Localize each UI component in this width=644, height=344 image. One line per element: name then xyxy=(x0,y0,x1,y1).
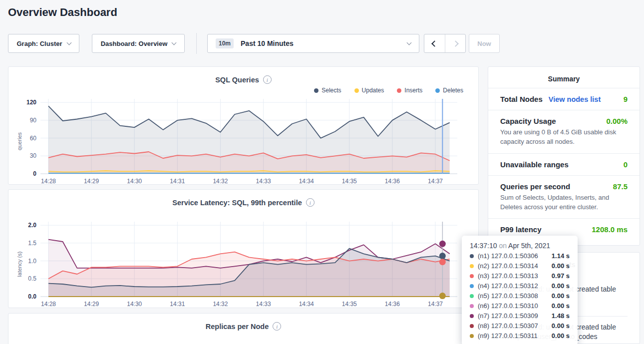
series-color-dot xyxy=(470,254,474,258)
node-latency-value: 0.00 s xyxy=(552,282,570,290)
svg-text:14:30: 14:30 xyxy=(127,178,142,185)
node-latency-value: 0.00 s xyxy=(552,332,570,340)
info-icon[interactable]: i xyxy=(263,75,272,84)
svg-text:14:31: 14:31 xyxy=(170,301,185,308)
tooltip-node-row: (n1) 127.0.0.1:503061.14 s xyxy=(470,252,570,260)
sql-queries-chart-card: SQL Queries i SelectsUpdatesInsertsDelet… xyxy=(8,66,479,185)
info-icon[interactable]: i xyxy=(306,198,315,207)
series-color-dot xyxy=(470,324,474,328)
tooltip-node-row: (n3) 127.0.0.1:503130.97 s xyxy=(470,272,570,280)
node-address: (n1) 127.0.0.1:50306 xyxy=(478,252,538,260)
view-nodes-list-link[interactable]: View nodes list xyxy=(549,95,601,103)
chevron-left-icon xyxy=(431,40,438,47)
summary-label: Queries per second xyxy=(500,182,570,191)
summary-label: P99 latency xyxy=(500,225,542,234)
tooltip-timestamp: 14:37:10 on Apr 5th, 2021 xyxy=(470,242,570,250)
dashboard-dropdown[interactable]: Dashboard: Overview xyxy=(92,34,185,53)
prev-time-button[interactable] xyxy=(424,34,445,52)
legend-dot-icon xyxy=(397,88,401,93)
summary-value: 87.5 xyxy=(613,182,628,191)
series-color-dot xyxy=(470,314,474,318)
chart-title: Service Latency: SQL, 99th percentile i xyxy=(8,190,478,207)
time-range-label: Past 10 Minutes xyxy=(241,39,294,47)
svg-text:30: 30 xyxy=(30,152,37,159)
node-latency-value: 0.00 s xyxy=(552,262,570,270)
summary-value: 0 xyxy=(624,160,628,169)
node-latency-value: 0.00 s xyxy=(552,322,570,330)
chart-legend xyxy=(8,208,478,219)
tooltip-node-row: (n2) 127.0.0.1:503140.00 s xyxy=(470,262,570,270)
svg-text:1.0: 1.0 xyxy=(28,258,36,265)
page-title: Overview Dashboard xyxy=(8,6,117,19)
chart-canvas[interactable]: 030609012014:2814:2914:3014:3114:3214:33… xyxy=(8,96,478,187)
legend-dot-icon xyxy=(314,88,319,93)
chevron-down-icon xyxy=(172,40,177,45)
graph-dropdown[interactable]: Graph: Cluster xyxy=(8,34,79,53)
now-button[interactable]: Now xyxy=(469,34,500,53)
summary-label: Unavailable ranges xyxy=(500,160,569,169)
node-address: (n9) 127.0.0.1:50311 xyxy=(478,332,538,340)
svg-text:14:34: 14:34 xyxy=(299,301,314,308)
next-time-button[interactable] xyxy=(445,34,465,52)
chart-title-text: SQL Queries xyxy=(215,76,259,84)
legend-item: Inserts xyxy=(397,87,422,94)
svg-text:2.0: 2.0 xyxy=(28,222,36,229)
summary-heading: Summary xyxy=(488,67,640,88)
time-range-picker[interactable]: 10m Past 10 Minutes xyxy=(207,34,419,53)
chart-title-text: Replicas per Node xyxy=(206,323,269,331)
node-latency-value: 1.14 s xyxy=(552,252,570,260)
chart-title: Replicas per Node i xyxy=(8,314,478,331)
svg-text:14:36: 14:36 xyxy=(385,178,400,185)
summary-value: 0.00% xyxy=(606,117,628,125)
series-color-dot xyxy=(470,284,474,288)
chart-canvas[interactable]: 0.00.51.01.52.014:2814:2914:3014:3114:32… xyxy=(8,219,478,310)
svg-text:120: 120 xyxy=(26,99,36,106)
node-address: (n4) 127.0.0.1:50312 xyxy=(478,282,538,290)
svg-text:60: 60 xyxy=(30,135,37,142)
tooltip-node-row: (n9) 127.0.0.1:503110.00 s xyxy=(470,332,570,340)
summary-description: You are using 0 B of 4.5 GiB usable disk… xyxy=(500,128,628,147)
node-address: (n8) 127.0.0.1:50307 xyxy=(478,322,538,330)
chevron-right-icon xyxy=(452,40,459,47)
svg-text:14:28: 14:28 xyxy=(41,178,56,185)
info-icon[interactable]: i xyxy=(273,322,281,331)
chart-legend: SelectsUpdatesInsertsDeletes xyxy=(8,85,478,96)
legend-item: Selects xyxy=(314,87,341,94)
legend-item: Deletes xyxy=(435,87,463,94)
summary-row: 0Unavailable ranges xyxy=(488,153,640,175)
node-address: (n2) 127.0.0.1:50314 xyxy=(478,262,538,270)
legend-dot-icon xyxy=(435,88,440,93)
summary-row: 87.5Queries per secondSum of Selects, Up… xyxy=(488,175,640,219)
svg-text:14:29: 14:29 xyxy=(84,301,99,308)
svg-text:queries: queries xyxy=(16,132,22,150)
series-color-dot xyxy=(470,274,474,278)
chart-title-text: Service Latency: SQL, 99th percentile xyxy=(172,199,302,207)
svg-text:0.0: 0.0 xyxy=(28,293,36,300)
summary-panel: Summary 9Total NodesView nodes list0.00%… xyxy=(488,66,640,246)
svg-text:14:28: 14:28 xyxy=(41,301,56,308)
svg-text:14:29: 14:29 xyxy=(84,178,99,185)
legend-dot-icon xyxy=(354,88,359,93)
node-address: (n3) 127.0.0.1:50313 xyxy=(478,272,538,280)
tooltip-node-row: (n4) 127.0.0.1:503120.00 s xyxy=(470,282,570,290)
node-latency-value: 0.00 s xyxy=(552,292,570,300)
node-address: (n5) 127.0.0.1:50308 xyxy=(478,292,538,300)
svg-text:14:32: 14:32 xyxy=(213,301,228,308)
svg-text:14:30: 14:30 xyxy=(127,301,142,308)
svg-text:1.5: 1.5 xyxy=(28,240,36,247)
legend-item: Updates xyxy=(354,87,384,94)
node-address: (n7) 127.0.0.1:50309 xyxy=(478,312,538,320)
node-address: (n6) 127.0.0.1:50310 xyxy=(478,302,538,310)
series-color-dot xyxy=(470,334,474,338)
dashboard-dropdown-label: Dashboard: Overview xyxy=(101,40,168,47)
svg-text:14:36: 14:36 xyxy=(385,301,400,308)
tooltip-node-row: (n8) 127.0.0.1:503070.00 s xyxy=(470,322,570,330)
chevron-down-icon xyxy=(407,40,412,45)
summary-row: 9Total NodesView nodes list xyxy=(488,88,640,110)
replicas-chart-card: Replicas per Node i xyxy=(8,313,479,344)
summary-value: 1208.0 ms xyxy=(592,225,628,234)
toolbar-divider xyxy=(196,33,197,54)
svg-text:14:37: 14:37 xyxy=(428,178,443,185)
svg-text:0.5: 0.5 xyxy=(28,275,36,282)
tooltip-node-row: (n6) 127.0.0.1:503100.00 s xyxy=(470,302,570,310)
